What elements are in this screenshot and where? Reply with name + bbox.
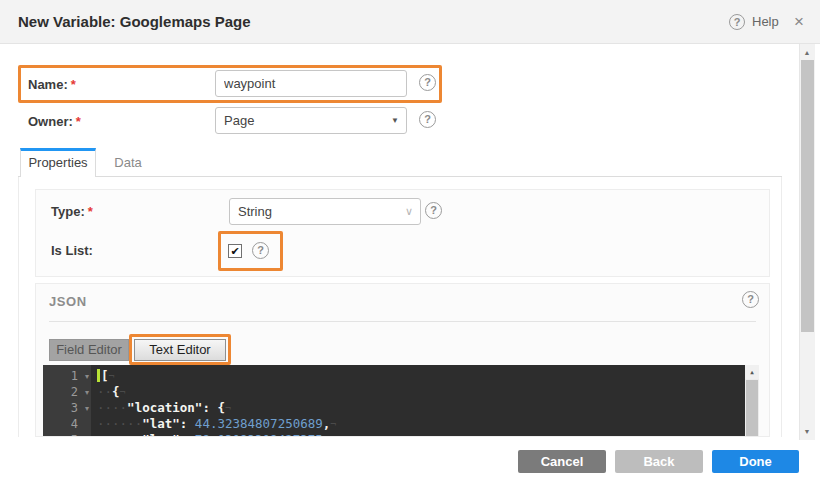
code-token-key: "lat" [142, 416, 180, 431]
name-label: Name:* [28, 77, 76, 92]
required-asterisk: * [71, 77, 76, 92]
type-select[interactable]: String ∨ [229, 198, 421, 225]
tab-properties[interactable]: Properties [20, 148, 96, 178]
code-lines[interactable]: [¬··{¬····"location": {¬······"lat": 44.… [91, 365, 745, 437]
code-token-key: "lng" [142, 432, 180, 437]
owner-label: Owner:* [28, 114, 81, 129]
name-help-icon[interactable]: ? [419, 74, 436, 91]
islist-checkbox[interactable]: ✔ [228, 244, 242, 258]
gutter-line-number[interactable]: 2▾ [43, 384, 91, 400]
help-icon[interactable]: ? [729, 14, 745, 30]
code-line[interactable]: ······"lng": 78.03093309427375,¬ [97, 432, 745, 437]
new-variable-dialog: New Variable: Googlemaps Page ? Help × N… [0, 0, 820, 490]
page-scrollbar-thumb[interactable] [801, 60, 814, 332]
scroll-up-icon[interactable]: ▲ [745, 365, 759, 379]
code-line[interactable]: [¬ [97, 368, 745, 384]
done-button[interactable]: Done [712, 450, 799, 473]
islist-label: Is List: [51, 243, 93, 258]
gutter-line-number[interactable]: 1▾ [43, 368, 91, 384]
gutter-line-number: 4 [43, 416, 91, 432]
code-token-key: "location" [127, 400, 202, 415]
code-line[interactable]: ····"location": {¬ [97, 400, 745, 416]
tab-data[interactable]: Data [96, 148, 160, 177]
code-token-punct: [ [101, 368, 109, 383]
json-section-title: JSON [49, 294, 87, 309]
whitespace-dots: ······ [97, 416, 142, 431]
code-token-punct: : { [202, 400, 225, 415]
cancel-button[interactable]: Cancel [518, 450, 606, 473]
editor-scrollbar-thumb[interactable] [746, 380, 758, 437]
fold-arrow-icon[interactable]: ▾ [78, 385, 89, 401]
properties-panel: Type:* String ∨ ? Is List: ✔ ? [35, 189, 770, 277]
eol-marker: ¬ [225, 403, 231, 414]
islist-help-icon[interactable]: ? [252, 242, 269, 259]
json-code-editor[interactable]: 1▾2▾3▾45 [¬··{¬····"location": {¬······"… [43, 365, 759, 437]
json-help-icon[interactable]: ? [742, 291, 759, 308]
divider [49, 321, 756, 322]
editor-scrollbar[interactable]: ▲ [745, 365, 759, 437]
eol-marker: ¬ [109, 371, 115, 382]
page-title: New Variable: Googlemaps Page [18, 0, 251, 44]
dialog-header: New Variable: Googlemaps Page ? Help × [0, 0, 820, 44]
name-input[interactable] [215, 70, 407, 97]
whitespace-dots: ···· [97, 400, 127, 415]
tab-bar: Properties Data [18, 148, 782, 177]
field-editor-button[interactable]: Field Editor [49, 339, 129, 361]
fold-arrow-icon[interactable]: ▾ [78, 369, 89, 385]
owner-select[interactable]: Page ▼ [215, 107, 407, 134]
chevron-down-icon: ∨ [405, 199, 413, 224]
code-token-punct: { [112, 384, 120, 399]
code-token-number: 44.32384807250689 [195, 416, 323, 431]
type-help-icon[interactable]: ? [425, 202, 442, 219]
help-button[interactable]: Help [752, 0, 779, 44]
gutter-line-number[interactable]: 3▾ [43, 400, 91, 416]
required-asterisk: * [76, 114, 81, 129]
close-icon[interactable]: × [789, 0, 809, 43]
text-editor-button[interactable]: Text Editor [134, 339, 226, 361]
whitespace-dots: ······ [97, 432, 142, 437]
code-line[interactable]: ··{¬ [97, 384, 745, 400]
owner-select-value: Page [224, 108, 254, 133]
scroll-down-icon[interactable]: ▼ [799, 424, 815, 440]
chevron-down-icon: ▼ [391, 108, 399, 133]
code-line[interactable]: ······"lat": 44.32384807250689,¬ [97, 416, 745, 432]
back-button[interactable]: Back [615, 450, 703, 473]
fold-arrow-icon[interactable]: ▾ [78, 401, 89, 417]
scroll-up-icon[interactable]: ▲ [799, 45, 815, 61]
eol-marker: ¬ [120, 387, 126, 398]
text-cursor [97, 369, 100, 382]
required-asterisk: * [88, 204, 93, 219]
code-gutter: 1▾2▾3▾45 [43, 365, 91, 437]
type-select-value: String [238, 199, 272, 224]
owner-help-icon[interactable]: ? [419, 111, 436, 128]
eol-marker: ¬ [330, 419, 336, 430]
code-token-punct: : [180, 432, 195, 437]
gutter-line-number: 5 [43, 432, 91, 437]
code-token-punct: : [180, 416, 195, 431]
json-panel: JSON ? Field Editor Text Editor 1▾2▾3▾45… [35, 283, 770, 437]
code-token-number: 78.03093309427375 [195, 432, 323, 437]
eol-marker: ¬ [330, 435, 336, 437]
whitespace-dots: ·· [97, 384, 112, 399]
type-label: Type:* [51, 204, 93, 219]
